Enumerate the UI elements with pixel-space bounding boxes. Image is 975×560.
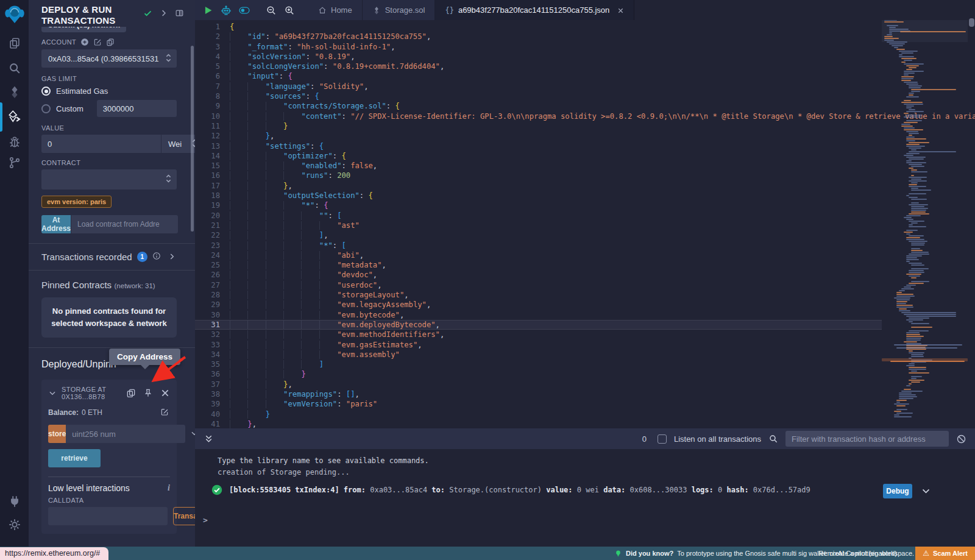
- code-line[interactable]: 2 "id": "a69b43f277ba20fcac141151250ca75…: [195, 32, 882, 41]
- code-line[interactable]: 9 "contracts/Storage.sol": {: [195, 101, 882, 111]
- zoom-in-icon[interactable]: [284, 4, 296, 16]
- chevron-down-icon[interactable]: [48, 389, 57, 397]
- code-line[interactable]: 12 },: [195, 131, 882, 141]
- solidity-compiler-icon[interactable]: [0, 85, 29, 99]
- copy-account-icon[interactable]: [106, 38, 115, 46]
- code-line[interactable]: 1{: [195, 22, 882, 32]
- code-line[interactable]: 14 "optimizer": {: [195, 151, 882, 161]
- code-line[interactable]: 15 "enabled": false,: [195, 161, 882, 171]
- filter-input[interactable]: [785, 431, 949, 447]
- chevron-right-icon[interactable]: [168, 252, 177, 261]
- info-icon[interactable]: i: [168, 483, 170, 493]
- code-line[interactable]: 30 "evm.bytecode",: [195, 310, 882, 320]
- listen-checkbox[interactable]: [658, 434, 667, 444]
- custom-gas-option[interactable]: Custom: [41, 100, 177, 117]
- at-address-input[interactable]: [71, 215, 178, 233]
- code-line[interactable]: 24 "abi",: [195, 250, 882, 260]
- info-icon[interactable]: [152, 252, 163, 262]
- store-arg-input[interactable]: [66, 425, 185, 443]
- git-icon[interactable]: [0, 156, 29, 169]
- account-select[interactable]: 0xA03...85ac4 (0.39866531531: [41, 49, 177, 68]
- code-line[interactable]: 22 ],: [195, 230, 882, 240]
- zoom-out-icon[interactable]: [266, 4, 278, 16]
- edit-account-icon[interactable]: [93, 38, 102, 46]
- close-tab-icon[interactable]: [617, 7, 624, 13]
- copilot-status[interactable]: RemixAI Copilot (enabled): [819, 547, 897, 560]
- code-line[interactable]: 19 "*": {: [195, 200, 882, 210]
- code-line[interactable]: 7 "language": "Solidity",: [195, 82, 882, 91]
- code-editor[interactable]: 1{2 "id": "a69b43f277ba20fcac141151250ca…: [195, 20, 975, 428]
- stepper-icon[interactable]: [165, 52, 172, 65]
- code-line[interactable]: 6 "input": {: [195, 71, 882, 81]
- edit-balance-icon[interactable]: [160, 408, 170, 417]
- tab-home[interactable]: Home: [308, 0, 363, 20]
- code-line[interactable]: 21 "ast": [195, 221, 882, 230]
- add-account-icon[interactable]: [80, 38, 89, 46]
- close-icon[interactable]: [160, 388, 170, 398]
- code-line[interactable]: 33 "evm.gasEstimates",: [195, 340, 882, 350]
- plugin-manager-icon[interactable]: [0, 495, 29, 508]
- code-line[interactable]: 34 "evm.assembly": [195, 350, 882, 360]
- estimated-gas-option[interactable]: Estimated Gas: [41, 87, 177, 96]
- code-line[interactable]: 35 ]: [195, 360, 882, 369]
- search-icon[interactable]: [0, 62, 29, 75]
- retrieve-button[interactable]: retrieve: [48, 449, 101, 467]
- at-address-button[interactable]: At Address: [41, 215, 71, 233]
- code-line[interactable]: 18 "outputSelection": {: [195, 191, 882, 200]
- stepper-icon[interactable]: [165, 173, 172, 186]
- code-line[interactable]: 39 "evmVersion": "paris": [195, 399, 882, 409]
- code-line[interactable]: 23 "*": [: [195, 241, 882, 250]
- code-line[interactable]: 29 "evm.legacyAssembly",: [195, 300, 882, 310]
- settings-icon[interactable]: [0, 518, 29, 531]
- code-line[interactable]: 3 "_format": "hh-sol-build-info-1",: [195, 42, 882, 52]
- run-script-icon[interactable]: [202, 4, 214, 16]
- code-line[interactable]: 10 "content": "// SPDX-License-Identifie…: [195, 112, 882, 121]
- code-line[interactable]: 32 "evm.methodIdentifiers",: [195, 330, 882, 339]
- panel-scrollbar[interactable]: [191, 46, 194, 232]
- expand-tx-icon[interactable]: [921, 486, 931, 496]
- code-line[interactable]: 16 "runs": 200: [195, 171, 882, 180]
- store-button[interactable]: store: [48, 425, 66, 443]
- pin-panel-icon[interactable]: [175, 9, 184, 18]
- chevron-right-icon[interactable]: [159, 9, 168, 18]
- scam-alert-badge[interactable]: ⚠ Scam Alert: [915, 547, 975, 560]
- code-line[interactable]: 11 }: [195, 121, 882, 131]
- copilot-toggle-icon[interactable]: [239, 4, 255, 16]
- debugger-icon[interactable]: [0, 135, 29, 149]
- code-line[interactable]: 13 "settings": {: [195, 141, 882, 151]
- debug-button[interactable]: Debug: [883, 484, 912, 498]
- value-input[interactable]: [41, 135, 161, 153]
- copy-address-icon[interactable]: [126, 388, 136, 398]
- contract-select[interactable]: [41, 169, 177, 190]
- pin-icon[interactable]: [143, 388, 153, 398]
- custom-gas-input[interactable]: [97, 100, 177, 117]
- remix-logo-icon[interactable]: [0, 4, 29, 24]
- transaction-log-row[interactable]: [block:5583405 txIndex:4] from: 0xa03...…: [211, 484, 878, 495]
- code-line[interactable]: 38 "remappings": [],: [195, 389, 882, 399]
- minimap[interactable]: [882, 20, 968, 428]
- radio-estimated-gas[interactable]: [41, 87, 51, 96]
- code-line[interactable]: 37 },: [195, 380, 882, 389]
- code-line[interactable]: 26 "devdoc",: [195, 270, 882, 280]
- editor-scrollbar-thumb[interactable]: [969, 18, 974, 27]
- code-line[interactable]: 4 "solcVersion": "0.8.19",: [195, 52, 882, 62]
- code-line[interactable]: 25 "metadata",: [195, 260, 882, 270]
- radio-custom-gas[interactable]: [41, 104, 51, 113]
- file-explorer-icon[interactable]: [0, 37, 29, 50]
- code-line[interactable]: 41 },: [195, 419, 882, 428]
- code-line[interactable]: 5 "solcLongVersion": "0.8.19+commit.7dd6…: [195, 62, 882, 71]
- code-line[interactable]: 8 "sources": {: [195, 91, 882, 101]
- code-line[interactable]: 17 },: [195, 181, 882, 191]
- transactions-recorded-row[interactable]: Transactions recorded 1: [41, 244, 177, 270]
- terminal[interactable]: Type the library name to see available c…: [195, 449, 975, 547]
- tab-storage-sol[interactable]: Storage.sol: [363, 0, 436, 20]
- expand-terminal-icon[interactable]: [204, 434, 214, 444]
- tab-build-info-json[interactable]: {} a69b43f277ba20fcac141151250ca755.json: [435, 0, 634, 20]
- code-line[interactable]: 28 "storageLayout",: [195, 290, 882, 300]
- deploy-and-run-icon[interactable]: [0, 110, 29, 123]
- code-line[interactable]: 20 "": [: [195, 211, 882, 221]
- ai-copilot-icon[interactable]: [221, 4, 233, 16]
- code-line[interactable]: 27 "userdoc",: [195, 280, 882, 290]
- clear-console-icon[interactable]: [956, 434, 966, 444]
- code-line[interactable]: 40 }: [195, 409, 882, 419]
